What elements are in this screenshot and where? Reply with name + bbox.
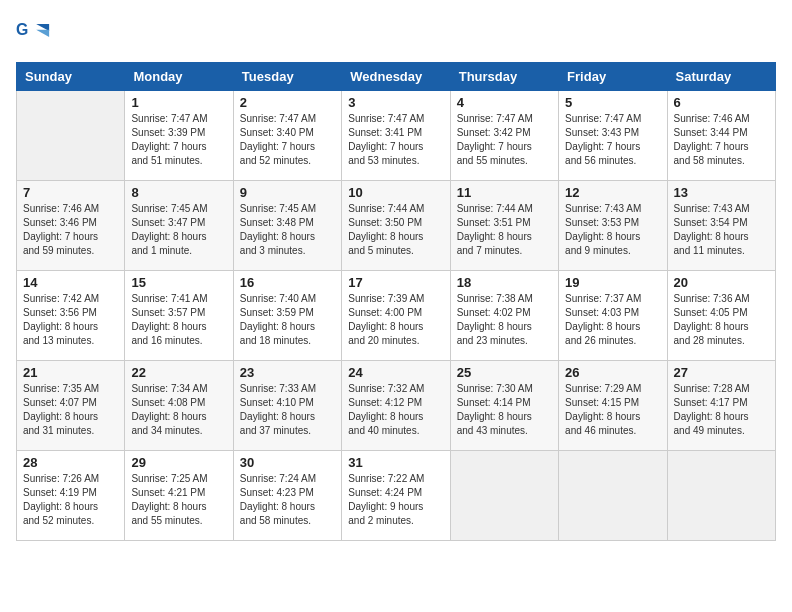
day-number: 31 [348,455,443,470]
day-info: Sunrise: 7:41 AM Sunset: 3:57 PM Dayligh… [131,292,226,348]
day-info: Sunrise: 7:43 AM Sunset: 3:54 PM Dayligh… [674,202,769,258]
day-header-friday: Friday [559,63,667,91]
page-header: G [16,16,776,52]
day-cell: 19Sunrise: 7:37 AM Sunset: 4:03 PM Dayli… [559,271,667,361]
calendar-body: 1Sunrise: 7:47 AM Sunset: 3:39 PM Daylig… [17,91,776,541]
day-cell: 24Sunrise: 7:32 AM Sunset: 4:12 PM Dayli… [342,361,450,451]
day-info: Sunrise: 7:38 AM Sunset: 4:02 PM Dayligh… [457,292,552,348]
day-info: Sunrise: 7:35 AM Sunset: 4:07 PM Dayligh… [23,382,118,438]
day-cell: 29Sunrise: 7:25 AM Sunset: 4:21 PM Dayli… [125,451,233,541]
day-info: Sunrise: 7:28 AM Sunset: 4:17 PM Dayligh… [674,382,769,438]
day-info: Sunrise: 7:45 AM Sunset: 3:47 PM Dayligh… [131,202,226,258]
day-cell: 30Sunrise: 7:24 AM Sunset: 4:23 PM Dayli… [233,451,341,541]
day-cell: 26Sunrise: 7:29 AM Sunset: 4:15 PM Dayli… [559,361,667,451]
day-number: 26 [565,365,660,380]
day-cell: 13Sunrise: 7:43 AM Sunset: 3:54 PM Dayli… [667,181,775,271]
day-cell: 16Sunrise: 7:40 AM Sunset: 3:59 PM Dayli… [233,271,341,361]
day-cell: 11Sunrise: 7:44 AM Sunset: 3:51 PM Dayli… [450,181,558,271]
svg-text:G: G [16,21,28,38]
day-cell [17,91,125,181]
day-cell: 21Sunrise: 7:35 AM Sunset: 4:07 PM Dayli… [17,361,125,451]
day-info: Sunrise: 7:47 AM Sunset: 3:42 PM Dayligh… [457,112,552,168]
day-info: Sunrise: 7:32 AM Sunset: 4:12 PM Dayligh… [348,382,443,438]
day-info: Sunrise: 7:45 AM Sunset: 3:48 PM Dayligh… [240,202,335,258]
day-info: Sunrise: 7:36 AM Sunset: 4:05 PM Dayligh… [674,292,769,348]
week-row-4: 21Sunrise: 7:35 AM Sunset: 4:07 PM Dayli… [17,361,776,451]
day-cell: 14Sunrise: 7:42 AM Sunset: 3:56 PM Dayli… [17,271,125,361]
day-number: 12 [565,185,660,200]
day-info: Sunrise: 7:24 AM Sunset: 4:23 PM Dayligh… [240,472,335,528]
day-number: 24 [348,365,443,380]
day-number: 10 [348,185,443,200]
day-info: Sunrise: 7:29 AM Sunset: 4:15 PM Dayligh… [565,382,660,438]
day-cell [559,451,667,541]
day-header-saturday: Saturday [667,63,775,91]
day-cell: 7Sunrise: 7:46 AM Sunset: 3:46 PM Daylig… [17,181,125,271]
week-row-1: 1Sunrise: 7:47 AM Sunset: 3:39 PM Daylig… [17,91,776,181]
day-number: 6 [674,95,769,110]
day-cell: 22Sunrise: 7:34 AM Sunset: 4:08 PM Dayli… [125,361,233,451]
day-info: Sunrise: 7:47 AM Sunset: 3:43 PM Dayligh… [565,112,660,168]
day-info: Sunrise: 7:30 AM Sunset: 4:14 PM Dayligh… [457,382,552,438]
day-info: Sunrise: 7:42 AM Sunset: 3:56 PM Dayligh… [23,292,118,348]
day-header-sunday: Sunday [17,63,125,91]
day-cell: 31Sunrise: 7:22 AM Sunset: 4:24 PM Dayli… [342,451,450,541]
day-number: 23 [240,365,335,380]
day-cell: 4Sunrise: 7:47 AM Sunset: 3:42 PM Daylig… [450,91,558,181]
day-cell: 8Sunrise: 7:45 AM Sunset: 3:47 PM Daylig… [125,181,233,271]
day-info: Sunrise: 7:47 AM Sunset: 3:40 PM Dayligh… [240,112,335,168]
week-row-5: 28Sunrise: 7:26 AM Sunset: 4:19 PM Dayli… [17,451,776,541]
day-header-thursday: Thursday [450,63,558,91]
day-number: 4 [457,95,552,110]
day-cell: 1Sunrise: 7:47 AM Sunset: 3:39 PM Daylig… [125,91,233,181]
days-of-week-row: SundayMondayTuesdayWednesdayThursdayFrid… [17,63,776,91]
day-info: Sunrise: 7:33 AM Sunset: 4:10 PM Dayligh… [240,382,335,438]
day-cell: 2Sunrise: 7:47 AM Sunset: 3:40 PM Daylig… [233,91,341,181]
day-cell: 10Sunrise: 7:44 AM Sunset: 3:50 PM Dayli… [342,181,450,271]
day-cell [667,451,775,541]
day-number: 27 [674,365,769,380]
day-cell: 23Sunrise: 7:33 AM Sunset: 4:10 PM Dayli… [233,361,341,451]
day-number: 11 [457,185,552,200]
day-info: Sunrise: 7:44 AM Sunset: 3:50 PM Dayligh… [348,202,443,258]
day-header-tuesday: Tuesday [233,63,341,91]
day-info: Sunrise: 7:25 AM Sunset: 4:21 PM Dayligh… [131,472,226,528]
day-number: 20 [674,275,769,290]
day-info: Sunrise: 7:34 AM Sunset: 4:08 PM Dayligh… [131,382,226,438]
day-number: 2 [240,95,335,110]
day-cell: 25Sunrise: 7:30 AM Sunset: 4:14 PM Dayli… [450,361,558,451]
day-header-monday: Monday [125,63,233,91]
week-row-2: 7Sunrise: 7:46 AM Sunset: 3:46 PM Daylig… [17,181,776,271]
day-info: Sunrise: 7:26 AM Sunset: 4:19 PM Dayligh… [23,472,118,528]
day-cell: 28Sunrise: 7:26 AM Sunset: 4:19 PM Dayli… [17,451,125,541]
day-number: 15 [131,275,226,290]
day-cell: 5Sunrise: 7:47 AM Sunset: 3:43 PM Daylig… [559,91,667,181]
day-header-wednesday: Wednesday [342,63,450,91]
day-info: Sunrise: 7:46 AM Sunset: 3:44 PM Dayligh… [674,112,769,168]
calendar-table: SundayMondayTuesdayWednesdayThursdayFrid… [16,62,776,541]
day-cell: 20Sunrise: 7:36 AM Sunset: 4:05 PM Dayli… [667,271,775,361]
day-number: 13 [674,185,769,200]
day-number: 22 [131,365,226,380]
day-number: 25 [457,365,552,380]
day-number: 8 [131,185,226,200]
day-cell: 12Sunrise: 7:43 AM Sunset: 3:53 PM Dayli… [559,181,667,271]
day-number: 21 [23,365,118,380]
day-number: 30 [240,455,335,470]
day-info: Sunrise: 7:22 AM Sunset: 4:24 PM Dayligh… [348,472,443,528]
day-number: 14 [23,275,118,290]
day-cell: 18Sunrise: 7:38 AM Sunset: 4:02 PM Dayli… [450,271,558,361]
day-number: 17 [348,275,443,290]
day-cell: 3Sunrise: 7:47 AM Sunset: 3:41 PM Daylig… [342,91,450,181]
calendar-header: SundayMondayTuesdayWednesdayThursdayFrid… [17,63,776,91]
week-row-3: 14Sunrise: 7:42 AM Sunset: 3:56 PM Dayli… [17,271,776,361]
day-number: 1 [131,95,226,110]
day-number: 19 [565,275,660,290]
day-number: 16 [240,275,335,290]
day-cell: 27Sunrise: 7:28 AM Sunset: 4:17 PM Dayli… [667,361,775,451]
day-cell: 17Sunrise: 7:39 AM Sunset: 4:00 PM Dayli… [342,271,450,361]
day-number: 5 [565,95,660,110]
day-number: 7 [23,185,118,200]
logo: G [16,16,56,52]
svg-marker-2 [36,30,49,37]
